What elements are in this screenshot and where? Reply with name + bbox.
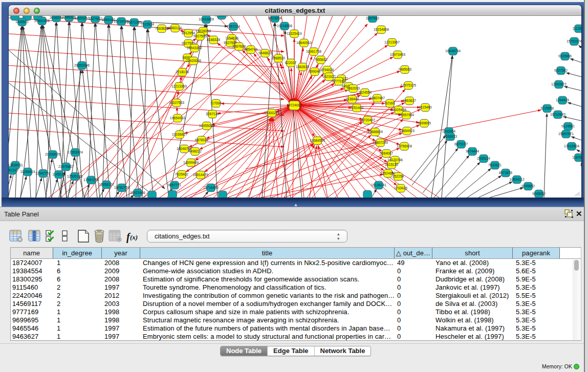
svg-text:62160: 62160 — [385, 101, 395, 105]
svg-text:7251463: 7251463 — [350, 106, 363, 110]
svg-text:16210643: 16210643 — [550, 113, 565, 116]
svg-text:7955812: 7955812 — [314, 58, 328, 61]
svg-text:10033809: 10033809 — [199, 17, 214, 21]
svg-text:8471676: 8471676 — [499, 171, 512, 174]
svg-text:7462093: 7462093 — [346, 86, 360, 90]
svg-text:16671385: 16671385 — [126, 20, 142, 24]
svg-text:17016504: 17016504 — [564, 144, 579, 148]
svg-text:7625402: 7625402 — [175, 172, 188, 176]
svg-text:17353924: 17353924 — [68, 150, 83, 154]
svg-text:12975125: 12975125 — [401, 83, 416, 87]
svg-text:9245052: 9245052 — [532, 192, 546, 195]
svg-text:16107553: 16107553 — [169, 101, 184, 104]
svg-text:1362635: 1362635 — [296, 65, 309, 69]
svg-text:16154808: 16154808 — [374, 28, 389, 31]
svg-text:1405571: 1405571 — [15, 20, 29, 24]
svg-text:1588520: 1588520 — [272, 56, 285, 60]
svg-text:14099489: 14099489 — [183, 161, 199, 164]
svg-text:1244415: 1244415 — [556, 98, 569, 102]
svg-text:9777169: 9777169 — [332, 79, 345, 83]
svg-text:1145194: 1145194 — [52, 172, 66, 176]
svg-text:18807249: 18807249 — [373, 141, 388, 144]
svg-text:8454749: 8454749 — [244, 48, 257, 51]
svg-text:12213967: 12213967 — [384, 40, 400, 44]
svg-text:2136448: 2136448 — [345, 97, 359, 101]
svg-text:6879197: 6879197 — [454, 142, 468, 146]
svg-text:8813054: 8813054 — [268, 16, 281, 20]
svg-text:23420046: 23420046 — [186, 59, 201, 62]
svg-text:12455076: 12455076 — [199, 124, 214, 127]
svg-text:9124501: 9124501 — [561, 124, 575, 128]
svg-text:19218506: 19218506 — [277, 24, 292, 28]
svg-text:20691406: 20691406 — [34, 19, 50, 23]
svg-text:8938923: 8938923 — [444, 135, 457, 138]
svg-text:9463627: 9463627 — [403, 99, 416, 102]
svg-text:(x): (x) — [130, 233, 138, 241]
svg-text:4498222: 4498222 — [188, 149, 202, 153]
svg-text:3267130: 3267130 — [206, 112, 219, 116]
svg-text:899044: 899044 — [309, 70, 321, 73]
svg-text:1621022: 1621022 — [322, 75, 336, 78]
svg-text:15692971: 15692971 — [558, 132, 574, 136]
svg-text:9474444: 9474444 — [466, 149, 479, 153]
svg-text:16961758: 16961758 — [306, 50, 321, 53]
svg-text:17957255: 17957255 — [83, 178, 99, 182]
svg-text:9327505: 9327505 — [193, 34, 207, 38]
svg-text:7515524: 7515524 — [141, 23, 154, 26]
svg-text:8878334: 8878334 — [195, 138, 208, 142]
svg-text:15716485: 15716485 — [203, 186, 219, 189]
svg-text:19756928: 19756928 — [397, 144, 412, 148]
svg-text:9115460: 9115460 — [419, 105, 432, 109]
svg-text:28053346: 28053346 — [74, 63, 90, 67]
svg-text:16648784: 16648784 — [445, 49, 461, 53]
svg-text:9136062: 9136062 — [215, 16, 228, 17]
svg-text:12505135: 12505135 — [67, 174, 82, 178]
svg-text:14957984: 14957984 — [399, 113, 414, 117]
svg-text:252254: 252254 — [393, 174, 404, 178]
svg-text:9227342: 9227342 — [554, 69, 568, 72]
svg-text:10688609: 10688609 — [367, 130, 383, 134]
svg-text:15300275: 15300275 — [264, 111, 279, 115]
svg-text:19384554: 19384554 — [310, 139, 325, 142]
svg-text:12213369: 12213369 — [171, 84, 187, 88]
svg-text:6794028: 6794028 — [320, 68, 334, 72]
svg-text:7663822: 7663822 — [155, 27, 168, 30]
svg-text:16914479: 16914479 — [193, 173, 208, 177]
svg-text:10807487: 10807487 — [369, 96, 385, 100]
svg-text:10973493: 10973493 — [390, 53, 405, 56]
svg-text:9329966: 9329966 — [558, 54, 572, 58]
svg-text:10654112: 10654112 — [509, 178, 525, 181]
svg-text:1112803: 1112803 — [572, 27, 581, 30]
svg-text:12942757: 12942757 — [35, 171, 51, 175]
svg-text:1167534: 1167534 — [572, 156, 581, 159]
svg-text:16543382: 16543382 — [187, 46, 202, 50]
svg-text:1733426: 1733426 — [394, 186, 407, 190]
svg-text:11325419: 11325419 — [287, 32, 302, 35]
svg-text:16782759: 16782759 — [114, 186, 129, 189]
svg-text:822037: 822037 — [285, 61, 297, 64]
svg-text:19166827: 19166827 — [172, 133, 187, 136]
svg-text:3215958: 3215958 — [540, 106, 554, 110]
svg-text:19654933: 19654933 — [170, 116, 185, 120]
svg-text:9084067: 9084067 — [380, 151, 393, 155]
svg-text:9657771: 9657771 — [168, 183, 181, 187]
svg-text:9245652: 9245652 — [521, 184, 535, 188]
svg-text:1615132: 1615132 — [385, 163, 398, 166]
svg-text:391319: 391319 — [9, 168, 18, 172]
svg-text:15751074: 15751074 — [567, 39, 581, 43]
svg-text:11923446: 11923446 — [130, 191, 145, 194]
svg-text:2106379: 2106379 — [50, 16, 63, 19]
svg-text:2718176: 2718176 — [176, 70, 189, 74]
svg-text:15136141: 15136141 — [371, 183, 386, 187]
svg-text:11156819: 11156819 — [20, 170, 35, 173]
svg-text:1527602: 1527602 — [89, 17, 102, 20]
svg-text:20206576: 20206576 — [45, 152, 60, 156]
svg-text:117004: 117004 — [210, 101, 222, 105]
svg-text:9699695: 9699695 — [418, 121, 431, 125]
svg-text:10653267: 10653267 — [74, 16, 90, 20]
svg-text:10958107: 10958107 — [99, 183, 114, 186]
svg-text:18724007: 18724007 — [287, 103, 302, 107]
svg-text:13654923: 13654923 — [399, 129, 415, 133]
svg-text:12093872: 12093872 — [551, 82, 567, 86]
svg-text:7485063: 7485063 — [398, 68, 411, 71]
